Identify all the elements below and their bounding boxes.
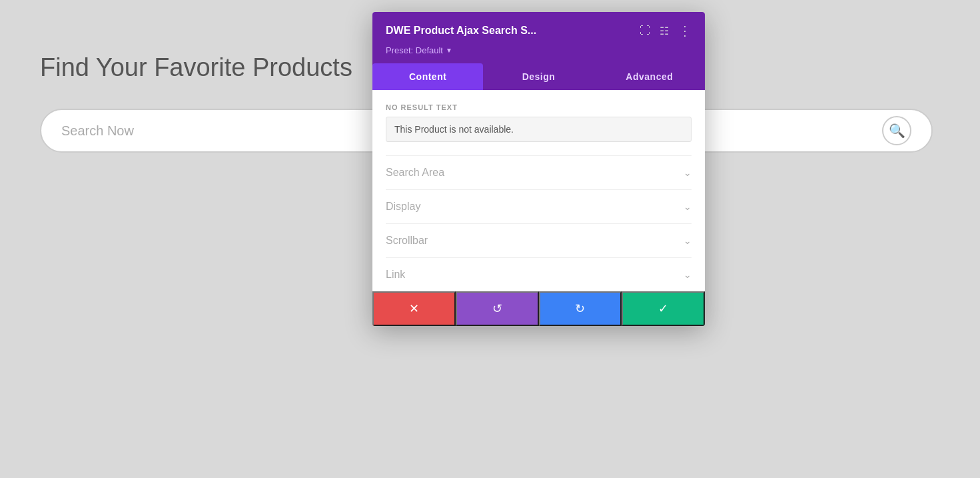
- accordion-scrollbar: Scrollbar ⌄: [386, 223, 692, 257]
- preset-selector[interactable]: Preset: Default ▼: [386, 45, 692, 55]
- redo-button[interactable]: ↻: [539, 291, 622, 326]
- fullscreen-icon[interactable]: ⛶: [640, 25, 650, 37]
- panel-header-icons: ⛶ ☷ ⋮: [640, 23, 692, 39]
- redo-icon: ↻: [575, 301, 585, 316]
- accordion-display-chevron: ⌄: [684, 201, 692, 212]
- no-result-input[interactable]: [386, 117, 692, 142]
- accordion-display-header[interactable]: Display ⌄: [386, 201, 692, 213]
- modal-overlay: DWE Product Ajax Search S... ⛶ ☷ ⋮ Prese…: [0, 0, 980, 478]
- save-button[interactable]: ✓: [622, 291, 705, 326]
- tab-content[interactable]: Content: [372, 63, 483, 90]
- accordion-scrollbar-chevron: ⌄: [684, 235, 692, 246]
- more-icon[interactable]: ⋮: [678, 23, 692, 39]
- accordion-display: Display ⌄: [386, 189, 692, 223]
- accordion-search-area-header[interactable]: Search Area ⌄: [386, 167, 692, 179]
- preset-chevron: ▼: [446, 47, 452, 54]
- columns-icon[interactable]: ☷: [660, 25, 669, 37]
- accordion-scrollbar-label: Scrollbar: [386, 235, 428, 247]
- tab-design[interactable]: Design: [483, 63, 594, 90]
- panel-title: DWE Product Ajax Search S...: [386, 25, 536, 37]
- no-result-label: No Result Text: [386, 103, 692, 111]
- panel-tabs: Content Design Advanced: [372, 63, 705, 90]
- accordion-link-header[interactable]: Link ⌄: [386, 269, 692, 281]
- panel-header-top: DWE Product Ajax Search S... ⛶ ☷ ⋮: [386, 23, 692, 39]
- accordion-link: Link ⌄: [386, 257, 692, 291]
- undo-icon: ↺: [492, 301, 502, 316]
- accordion-scrollbar-header[interactable]: Scrollbar ⌄: [386, 235, 692, 247]
- preset-label: Preset: Default: [386, 45, 443, 55]
- cancel-icon: ✕: [409, 301, 419, 316]
- cancel-button[interactable]: ✕: [372, 291, 456, 326]
- settings-panel: DWE Product Ajax Search S... ⛶ ☷ ⋮ Prese…: [372, 12, 705, 326]
- accordion-link-label: Link: [386, 269, 405, 281]
- accordion-display-label: Display: [386, 201, 420, 213]
- accordion-search-area-label: Search Area: [386, 167, 444, 179]
- accordion-link-chevron: ⌄: [684, 269, 692, 280]
- save-icon: ✓: [658, 301, 668, 316]
- undo-button[interactable]: ↺: [456, 291, 539, 326]
- panel-header: DWE Product Ajax Search S... ⛶ ☷ ⋮ Prese…: [372, 12, 705, 63]
- panel-body: No Result Text Search Area ⌄ Display ⌄ S…: [372, 90, 705, 291]
- tab-advanced[interactable]: Advanced: [594, 63, 705, 90]
- panel-footer: ✕ ↺ ↻ ✓: [372, 291, 705, 326]
- accordion-search-area-chevron: ⌄: [684, 167, 692, 178]
- accordion-search-area: Search Area ⌄: [386, 155, 692, 189]
